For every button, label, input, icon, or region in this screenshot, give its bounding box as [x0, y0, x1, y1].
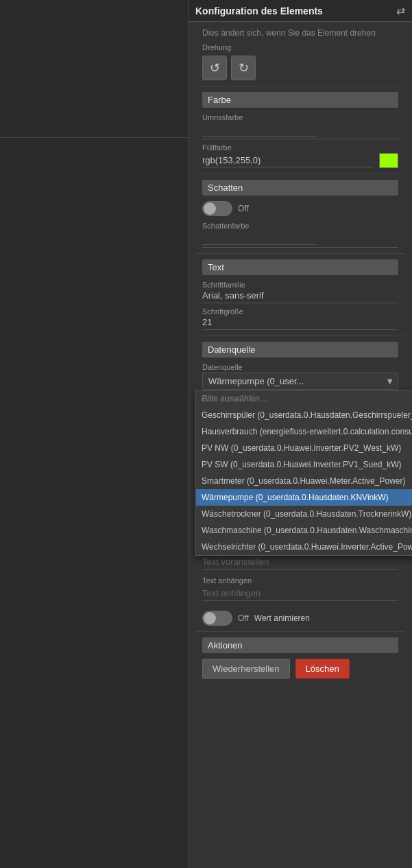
- datenquelle-label: Datenquelle: [202, 363, 398, 371]
- fuellfarbe-input[interactable]: [202, 154, 374, 167]
- dropdown-item-pv-nw[interactable]: PV NW (0_userdata.0.Huawei.Inverter.PV2_…: [196, 440, 412, 456]
- fuellfarbe-row: [202, 153, 398, 168]
- divider-4: [195, 336, 405, 336]
- umrissfarbe-input[interactable]: [202, 123, 317, 137]
- panel-header: Konfiguration des Elements ⇄: [189, 0, 412, 22]
- fuellfarbe-color-preview[interactable]: [379, 153, 398, 168]
- text-anhaengen-label: Text anhängen: [202, 576, 398, 585]
- schatten-toggle-knob: [204, 202, 216, 215]
- rotation-label: Drehung: [202, 43, 398, 51]
- schatten-toggle-label: Off: [238, 204, 249, 213]
- wert-animieren-toggle-knob: [204, 612, 216, 624]
- rotation-section: Dies ändert sich, wenn Sie das Element d…: [202, 27, 398, 80]
- schriftfamilie-label: Schriftfamilie: [202, 281, 398, 289]
- schattenfarbe-value: [202, 231, 398, 248]
- wert-animieren-toggle-label: Off: [238, 613, 249, 623]
- dropdown-item-wechselrichter[interactable]: Wechselrichter (0_userdata.0.Huawei.Inve…: [196, 539, 412, 555]
- text-section-header: Text: [202, 259, 398, 275]
- datenquelle-dropdown[interactable]: Wärmepumpe (0_user... ▼: [202, 373, 398, 390]
- panel-title: Konfiguration des Elements: [195, 5, 323, 16]
- rotate-left-button[interactable]: ↺: [202, 56, 227, 80]
- divider-5: [195, 631, 405, 632]
- datenquelle-section: Datenquelle Datenquelle Wärmepumpe (0_us…: [202, 342, 398, 626]
- divider-2: [195, 174, 405, 174]
- text-section: Text Schriftfamilie Arial, sans-serif Sc…: [202, 259, 398, 330]
- restore-button[interactable]: Wiederherstellen: [202, 659, 290, 679]
- text-anhaengen-input[interactable]: [202, 586, 398, 601]
- datenquelle-dropdown-list: Bitte auswählen ... Geschirrspüler (0_us…: [195, 390, 412, 556]
- action-buttons: Wiederherstellen Löschen: [202, 659, 398, 679]
- content-area: Dies ändert sich, wenn Sie das Element d…: [189, 22, 412, 868]
- umrissfarbe-value: [202, 123, 398, 139]
- schriftgroesse-label: Schriftgröße: [202, 307, 398, 316]
- dropdown-item-waeschetrockner[interactable]: Wäschetrockner (0_userdata.0.Hausdaten.T…: [196, 506, 412, 522]
- schatten-section: Schatten Off Schattenfarbe: [202, 180, 398, 248]
- left-panel-divider: [0, 137, 188, 138]
- dropdown-item-placeholder[interactable]: Bitte auswählen ...: [196, 390, 412, 407]
- dropdown-item-geschirrspueler[interactable]: Geschirrspüler (0_userdata.0.Hausdaten.G…: [196, 407, 412, 423]
- left-panel: [0, 0, 189, 868]
- dropdown-item-pv-sw[interactable]: PV SW (0_userdata.0.Huawei.Inverter.PV1_…: [196, 456, 412, 473]
- aktionen-section: Aktionen Wiederherstellen Löschen: [202, 637, 398, 679]
- farbe-section-header: Farbe: [202, 92, 398, 108]
- datenquelle-selected-value: Wärmepumpe (0_user...: [208, 376, 304, 386]
- rotation-buttons: ↺ ↻: [202, 56, 398, 80]
- schriftgroesse-value: 21: [202, 317, 398, 330]
- divider-3: [195, 253, 405, 254]
- header-icon[interactable]: ⇄: [396, 4, 405, 17]
- dropdown-arrow-icon: ▼: [385, 376, 394, 386]
- farbe-section: Farbe Umrissfarbe Füllfarbe: [202, 92, 398, 168]
- text-voranstellen-input[interactable]: [202, 554, 398, 570]
- schriftfamilie-value: Arial, sans-serif: [202, 290, 398, 303]
- divider-1: [195, 86, 405, 86]
- schatten-section-header: Schatten: [202, 180, 398, 196]
- wert-animieren-toggle[interactable]: [202, 611, 232, 626]
- delete-button[interactable]: Löschen: [295, 659, 350, 679]
- wert-animieren-label: Wert animieren: [254, 613, 310, 623]
- dropdown-item-waschmaschine[interactable]: Waschmaschine (0_userdata.0.Hausdaten.Wa…: [196, 522, 412, 539]
- dropdown-item-waermepumpe[interactable]: Wärmepumpe (0_userdata.0.Hausdaten.KNVin…: [196, 489, 412, 506]
- schatten-toggle-container: Off: [202, 201, 398, 216]
- aktionen-section-header: Aktionen: [202, 637, 398, 653]
- dropdown-item-hausverbrauch[interactable]: Hausverbrauch (energiefluss-erweitert.0.…: [196, 423, 412, 440]
- dropdown-item-smartmeter[interactable]: Smartmeter (0_userdata.0.Huawei.Meter.Ac…: [196, 473, 412, 489]
- rotate-right-button[interactable]: ↻: [231, 56, 256, 80]
- rotation-intro-text: Dies ändert sich, wenn Sie das Element d…: [202, 27, 398, 39]
- schatten-toggle[interactable]: [202, 201, 232, 216]
- wert-animieren-container: Off Wert animieren: [202, 611, 398, 626]
- umrissfarbe-label: Umrissfarbe: [202, 113, 398, 121]
- right-panel: Konfiguration des Elements ⇄ Dies ändert…: [189, 0, 412, 868]
- datenquelle-dropdown-container: Wärmepumpe (0_user... ▼ Bitte auswählen …: [202, 373, 398, 390]
- schattenfarbe-input[interactable]: [202, 231, 317, 245]
- schattenfarbe-label: Schattenfarbe: [202, 222, 398, 230]
- fuellfarbe-label: Füllfarbe: [202, 143, 398, 152]
- datenquelle-section-header: Datenquelle: [202, 342, 398, 357]
